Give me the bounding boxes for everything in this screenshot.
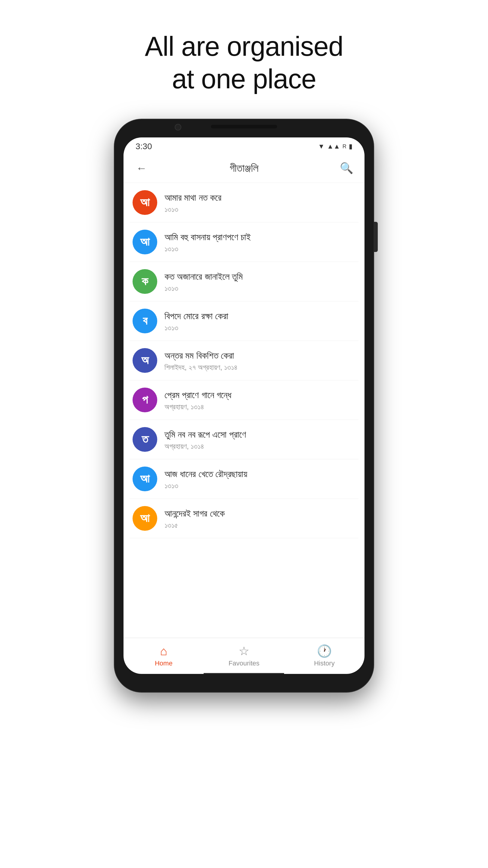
- nav-item-history[interactable]: 🕐History: [284, 638, 364, 674]
- song-title: বিপদে মোরে রক্ষা কেরা: [164, 310, 355, 322]
- history-nav-icon: 🕐: [317, 645, 332, 657]
- song-list: আআমার মাথা নত করে১৩১৩আআমি বহু বাসনায় প্…: [124, 183, 364, 638]
- song-title: আমি বহু বাসনায় প্রাণপণে চাই: [164, 231, 355, 243]
- song-subtitle: অগ্রহায়ণ, ১৩১৪: [164, 442, 355, 451]
- roaming-icon: R: [343, 144, 347, 150]
- list-item[interactable]: অঅন্তর মম বিকশিত কেরাশিলাইদহ, ২৭ অগ্রহায…: [130, 341, 358, 380]
- phone-screen: 3:30 ▼ ▲▲ R ▮ ← গীতাঞ্জলি 🔍: [124, 137, 364, 674]
- nav-underline: [204, 673, 284, 674]
- song-avatar: প: [133, 388, 157, 412]
- list-item[interactable]: ববিপদে মোরে রক্ষা কেরা১৩১৩: [130, 301, 358, 341]
- history-nav-label: History: [314, 659, 334, 667]
- song-title: অন্তর মম বিকশিত কেরা: [164, 350, 355, 361]
- song-avatar: আ: [133, 190, 157, 215]
- song-subtitle: ১৩১৩: [164, 245, 355, 253]
- search-button[interactable]: 🔍: [337, 159, 355, 177]
- app-bar: ← গীতাঞ্জলি 🔍: [124, 154, 364, 183]
- song-avatar: আ: [133, 467, 157, 491]
- phone-speaker: [211, 125, 277, 128]
- status-bar: 3:30 ▼ ▲▲ R ▮: [124, 137, 364, 154]
- home-nav-icon: ⌂: [160, 645, 167, 657]
- nav-item-home[interactable]: ⌂Home: [124, 638, 204, 674]
- song-info: বিপদে মোরে রক্ষা কেরা১৩১৩: [164, 310, 355, 332]
- list-item[interactable]: ততুমি নব নব রূপে এসো প্রাণেঅগ্রহায়ণ, ১৩…: [130, 420, 358, 459]
- search-icon: 🔍: [340, 162, 353, 175]
- app-title: গীতাঞ্জলি: [151, 162, 337, 175]
- back-icon: ←: [136, 162, 147, 175]
- song-avatar: আ: [133, 230, 157, 254]
- song-info: কত অজানারে জানাইলে তুমি১৩১৩: [164, 271, 355, 293]
- song-title: আজ ধানের খেতে রৌদ্রছায়ায়: [164, 468, 355, 480]
- nav-item-favourites[interactable]: ☆Favourites: [204, 638, 284, 674]
- song-subtitle: ১৩১৩: [164, 482, 355, 490]
- song-title: প্রেম প্রাণে গানে গন্ধে: [164, 389, 355, 401]
- song-info: তুমি নব নব রূপে এসো প্রাণেঅগ্রহায়ণ, ১৩১…: [164, 429, 355, 451]
- back-button[interactable]: ←: [133, 159, 151, 177]
- song-subtitle: ১৩১৩: [164, 284, 355, 293]
- page-headline: All are organised at one place: [145, 30, 343, 95]
- favourites-nav-label: Favourites: [229, 659, 260, 667]
- song-avatar: অ: [133, 348, 157, 373]
- status-icons: ▼ ▲▲ R ▮: [318, 143, 352, 150]
- song-info: অন্তর মম বিকশিত কেরাশিলাইদহ, ২৭ অগ্রহায়…: [164, 350, 355, 372]
- bottom-nav: ⌂Home☆Favourites🕐History: [124, 638, 364, 674]
- list-item[interactable]: আআনন্দেরই সাগর থেকে১৩১৫: [130, 499, 358, 538]
- list-item[interactable]: পপ্রেম প্রাণে গানে গন্ধেঅগ্রহায়ণ, ১৩১৪: [130, 380, 358, 420]
- song-subtitle: অগ্রহায়ণ, ১৩১৪: [164, 403, 355, 411]
- song-title: আনন্দেরই সাগর থেকে: [164, 507, 355, 519]
- song-avatar: ত: [133, 427, 157, 452]
- song-title: তুমি নব নব রূপে এসো প্রাণে: [164, 429, 355, 440]
- status-time: 3:30: [135, 142, 152, 151]
- song-info: আজ ধানের খেতে রৌদ্রছায়ায়১৩১৩: [164, 468, 355, 490]
- favourites-nav-icon: ☆: [238, 645, 250, 657]
- list-item[interactable]: আআমার মাথা নত করে১৩১৩: [130, 183, 358, 222]
- list-item[interactable]: ককত অজানারে জানাইলে তুমি১৩১৩: [130, 262, 358, 301]
- list-item[interactable]: আআজ ধানের খেতে রৌদ্রছায়ায়১৩১৩: [130, 459, 358, 499]
- song-info: আমি বহু বাসনায় প্রাণপণে চাই১৩১৩: [164, 231, 355, 253]
- song-avatar: আ: [133, 506, 157, 531]
- phone-camera: [175, 124, 181, 130]
- song-subtitle: ১৩১৩: [164, 324, 355, 332]
- song-title: আমার মাথা নত করে: [164, 192, 355, 204]
- song-subtitle: ১৩১৩: [164, 205, 355, 214]
- song-avatar: ক: [133, 269, 157, 294]
- signal-icon: ▲▲: [327, 143, 340, 150]
- phone-mockup: 3:30 ▼ ▲▲ R ▮ ← গীতাঞ্জলি 🔍: [115, 119, 373, 692]
- wifi-icon: ▼: [318, 143, 325, 150]
- phone-body: 3:30 ▼ ▲▲ R ▮ ← গীতাঞ্জলি 🔍: [115, 119, 373, 692]
- battery-icon: ▮: [349, 143, 352, 150]
- song-avatar: ব: [133, 309, 157, 333]
- song-info: আনন্দেরই সাগর থেকে১৩১৫: [164, 507, 355, 530]
- list-item[interactable]: আআমি বহু বাসনায় প্রাণপণে চাই১৩১৩: [130, 222, 358, 262]
- song-info: প্রেম প্রাণে গানে গন্ধেঅগ্রহায়ণ, ১৩১৪: [164, 389, 355, 411]
- song-info: আমার মাথা নত করে১৩১৩: [164, 192, 355, 214]
- song-subtitle: শিলাইদহ, ২৭ অগ্রহায়ণ, ১৩১৪: [164, 363, 355, 372]
- song-title: কত অজানারে জানাইলে তুমি: [164, 271, 355, 282]
- song-subtitle: ১৩১৫: [164, 521, 355, 530]
- bottom-nav-wrapper: ⌂Home☆Favourites🕐History: [124, 638, 364, 674]
- home-nav-label: Home: [155, 659, 173, 667]
